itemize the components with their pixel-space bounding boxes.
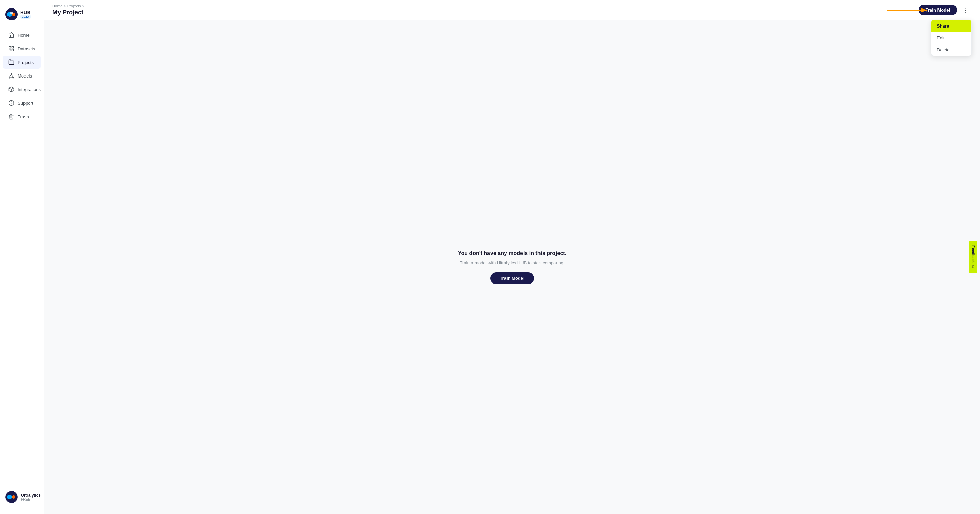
ultralytics-logo-icon (5, 8, 18, 21)
logo-hub-label: HUB (21, 10, 30, 15)
home-icon (8, 32, 14, 38)
main-content: Home > Projects > My Project Train Model (44, 0, 980, 514)
empty-state-subtitle: Train a model with Ultralytics HUB to st… (460, 260, 564, 265)
sidebar: HUB BETA Home Datasets (0, 0, 44, 514)
svg-point-25 (966, 11, 966, 13)
dropdown-edit[interactable]: Edit (931, 32, 972, 44)
svg-point-24 (966, 10, 966, 11)
svg-point-3 (10, 11, 13, 14)
logo-beta-label: BETA (21, 15, 30, 19)
datasets-icon (8, 46, 14, 52)
breadcrumb-home[interactable]: Home (52, 4, 62, 8)
logo[interactable]: HUB BETA (0, 5, 44, 29)
train-model-button[interactable]: Train Model (919, 5, 957, 15)
support-icon (8, 100, 14, 106)
svg-point-23 (966, 8, 966, 8)
page-header: Home > Projects > My Project Train Model (44, 0, 980, 21)
sidebar-nav: Home Datasets Projects (0, 29, 44, 485)
trash-icon (8, 114, 14, 120)
user-info: Ultralytics FREE (21, 493, 41, 501)
user-plan: FREE (21, 498, 41, 501)
svg-line-11 (10, 75, 11, 77)
sidebar-item-support-label: Support (18, 101, 33, 106)
feedback-label: Feedback (971, 246, 975, 263)
header-actions: Train Model Share Edit Delete (919, 5, 972, 16)
sidebar-item-home-label: Home (18, 33, 30, 38)
main-empty-state: You don't have any models in this projec… (44, 21, 980, 514)
feedback-tab[interactable]: Feedback ☺ (969, 241, 977, 273)
svg-rect-6 (9, 49, 11, 51)
svg-rect-5 (12, 46, 14, 48)
sidebar-item-datasets-label: Datasets (18, 46, 35, 51)
svg-line-12 (11, 75, 13, 77)
dropdown-delete[interactable]: Delete (931, 44, 972, 56)
integrations-icon (8, 86, 14, 92)
breadcrumb-nav: Home > Projects > (52, 4, 84, 8)
feedback-icon: ☺ (971, 265, 975, 268)
sidebar-item-projects[interactable]: Projects (3, 56, 41, 69)
sidebar-item-support[interactable]: Support (3, 97, 41, 109)
sidebar-item-home[interactable]: Home (3, 29, 41, 41)
user-name: Ultralytics (21, 493, 41, 498)
breadcrumb: Home > Projects > My Project (52, 4, 84, 16)
logo-text: HUB BETA (21, 10, 30, 19)
more-dots-icon (963, 7, 969, 14)
dropdown-menu: Share Edit Delete (931, 20, 972, 56)
page-title: My Project (52, 9, 84, 16)
content-train-model-button[interactable]: Train Model (490, 272, 534, 284)
more-options-button[interactable] (959, 5, 972, 16)
breadcrumb-projects[interactable]: Projects (67, 4, 81, 8)
user-profile[interactable]: Ultralytics FREE (0, 485, 44, 509)
sidebar-item-projects-label: Projects (18, 60, 34, 65)
sidebar-item-integrations-label: Integrations (18, 87, 41, 92)
avatar (5, 491, 18, 503)
sidebar-item-trash-label: Trash (18, 114, 29, 119)
projects-icon (8, 59, 14, 65)
dropdown-share[interactable]: Share (931, 20, 972, 32)
svg-rect-7 (12, 49, 14, 51)
svg-rect-4 (9, 46, 11, 48)
sidebar-item-datasets[interactable]: Datasets (3, 42, 41, 55)
sidebar-item-trash[interactable]: Trash (3, 110, 41, 123)
sidebar-item-integrations[interactable]: Integrations (3, 83, 41, 96)
svg-point-20 (12, 495, 15, 499)
breadcrumb-sep2: > (82, 4, 84, 8)
empty-state-title: You don't have any models in this projec… (458, 250, 566, 256)
sidebar-item-models[interactable]: Models (3, 69, 41, 82)
sidebar-item-models-label: Models (18, 73, 32, 79)
svg-point-19 (7, 495, 12, 500)
svg-point-8 (11, 73, 12, 75)
models-icon (8, 73, 14, 79)
breadcrumb-sep1: > (64, 4, 66, 8)
